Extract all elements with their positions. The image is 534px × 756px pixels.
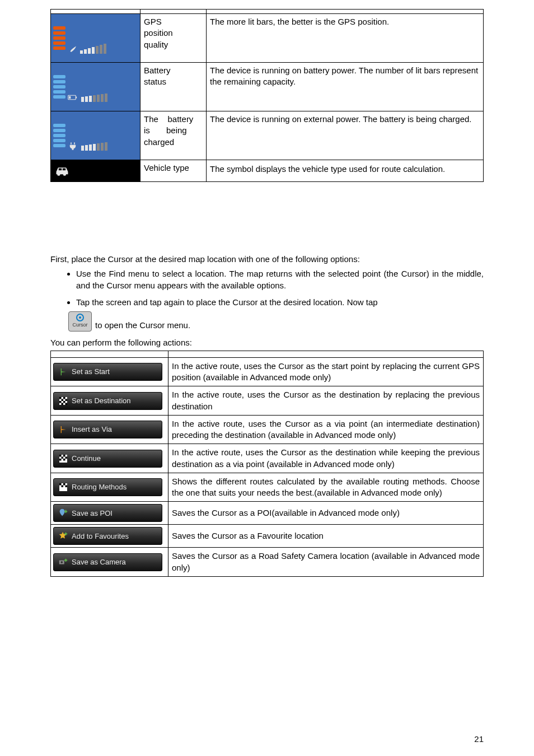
action-desc: Saves the Cursor as a Favourite location — [168, 525, 484, 548]
svg-rect-7 — [63, 397, 65, 399]
action-desc: Shows the different routes calculated by… — [168, 473, 484, 502]
svg-rect-12 — [62, 403, 64, 405]
svg-rect-9 — [65, 399, 68, 401]
svg-rect-18 — [65, 456, 68, 459]
svg-point-27 — [61, 561, 63, 563]
status-icon-vehicle — [51, 160, 140, 182]
status-name: GPS position quality — [140, 14, 207, 63]
cursor-tail-text: to open the Cursor menu. — [95, 320, 190, 331]
svg-rect-8 — [62, 399, 64, 401]
status-desc: The more lit bars, the better is the GPS… — [207, 14, 484, 63]
checkered-flag-icon — [58, 397, 68, 405]
bullet-item: Tap the screen and tap again to place th… — [76, 297, 484, 332]
status-desc: The device is running on external power.… — [207, 111, 484, 160]
svg-rect-15 — [59, 455, 62, 457]
checkered-flag-icon — [58, 455, 68, 463]
poi-plus-icon — [58, 508, 68, 518]
svg-rect-2 — [69, 96, 71, 99]
action-desc: Saves the Cursor as a Road Safety Camera… — [168, 548, 484, 577]
status-name: Battery status — [140, 63, 207, 111]
menu-btn-label: Add to Favourites — [72, 531, 129, 542]
action-desc: In the active route, uses the Cursor as … — [168, 357, 484, 386]
svg-rect-24 — [62, 486, 64, 488]
svg-rect-4 — [63, 169, 65, 171]
star-plus-icon — [58, 531, 68, 541]
intro-text: First, place the Cursor at the desired m… — [50, 254, 484, 265]
action-desc: In the active route, uses the Cursor as … — [168, 415, 484, 444]
bullet-item: Use the Find menu to select a location. … — [76, 268, 484, 291]
status-table: GPS position quality The more lit bars, … — [50, 9, 484, 182]
menu-btn-label: Set as Destination — [72, 396, 131, 406]
status-icon-charging — [51, 111, 140, 160]
insert-as-via-button[interactable]: Insert as Via — [53, 421, 162, 438]
svg-rect-22 — [59, 483, 62, 486]
svg-rect-23 — [63, 483, 65, 486]
menu-btn-label: Insert as Via — [72, 424, 112, 435]
cursor-button[interactable]: Cursor — [68, 311, 92, 332]
svg-rect-11 — [63, 401, 65, 403]
flag-green-icon — [58, 368, 68, 376]
svg-rect-25 — [65, 486, 68, 488]
cursor-button-label: Cursor — [72, 321, 87, 328]
svg-rect-3 — [59, 169, 62, 171]
save-as-camera-button[interactable]: Save as Camera — [53, 553, 162, 571]
svg-rect-16 — [63, 455, 65, 457]
camera-plus-icon — [58, 557, 68, 567]
menu-btn-label: Save as POI — [72, 508, 113, 519]
svg-rect-17 — [62, 456, 64, 459]
battery-icon — [68, 94, 78, 101]
cursor-icon — [76, 314, 84, 321]
continue-button[interactable]: Continue — [53, 450, 162, 468]
gps-bars — [80, 44, 106, 54]
routing-methods-button[interactable]: Routing Methods — [53, 478, 162, 496]
set-as-start-button[interactable]: Set as Start — [53, 363, 162, 381]
svg-rect-10 — [59, 401, 62, 403]
save-as-poi-button[interactable]: Save as POI — [53, 504, 162, 522]
svg-rect-13 — [65, 403, 68, 405]
menu-btn-label: Set as Start — [72, 367, 110, 377]
status-desc: The device is running on battery power. … — [207, 63, 484, 111]
action-desc: In the active route, uses the Cursor as … — [168, 386, 484, 416]
satellite-icon — [68, 44, 78, 54]
set-as-destination-button[interactable]: Set as Destination — [53, 392, 162, 410]
svg-rect-1 — [76, 97, 77, 99]
action-table: Set as Start In the active route, uses t… — [50, 351, 484, 577]
menu-btn-label: Continue — [72, 454, 101, 464]
page-number: 21 — [474, 734, 484, 745]
svg-rect-6 — [59, 397, 62, 399]
action-desc: Saves the Cursor as a POI(available in A… — [168, 502, 484, 525]
charging-bars — [81, 142, 107, 151]
checkered-flag-icon — [58, 483, 68, 491]
status-icon-gps — [51, 14, 140, 63]
plug-icon — [68, 141, 78, 151]
menu-btn-label: Routing Methods — [72, 482, 127, 492]
status-icon-battery — [51, 63, 140, 111]
flag-orange-icon — [58, 426, 68, 433]
car-icon — [54, 165, 70, 177]
svg-rect-20 — [63, 459, 65, 461]
menu-btn-label: Save as Camera — [72, 557, 126, 567]
battery-bars — [81, 94, 107, 102]
status-name: The batteryis beingcharged — [140, 111, 207, 160]
status-name: Vehicle type — [140, 160, 207, 182]
add-to-favourites-button[interactable]: Add to Favourites — [53, 527, 162, 545]
svg-rect-19 — [59, 459, 62, 461]
status-desc: The symbol displays the vehicle type use… — [207, 160, 484, 182]
after-bullets-text: You can perform the following actions: — [50, 337, 484, 348]
action-desc: In the active route, uses the Cursor as … — [168, 444, 484, 473]
